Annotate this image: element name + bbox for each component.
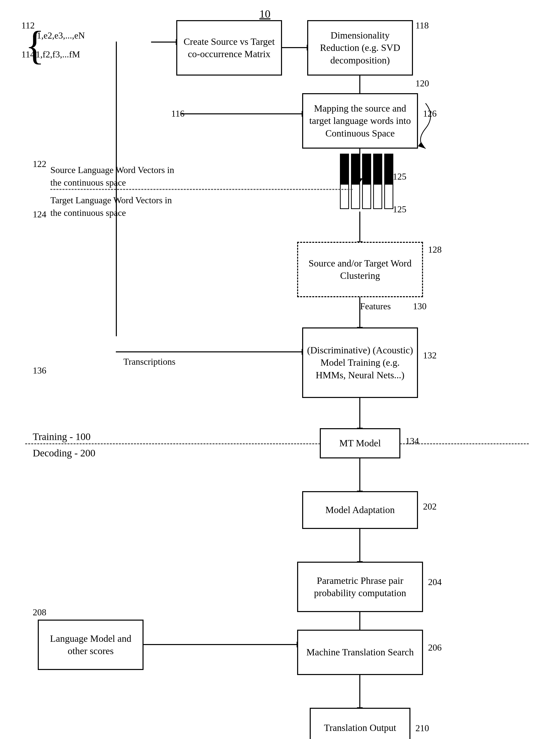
arrow-left-to-model <box>116 351 302 352</box>
arrow-clustering-to-model <box>359 297 360 327</box>
box-mt-search: Machine Translation Search <box>297 630 423 675</box>
ref-134: 134 <box>405 436 419 446</box>
ref-118: 118 <box>415 20 429 31</box>
ref-128: 128 <box>428 244 442 255</box>
box-mt-model: MT Model <box>320 428 400 458</box>
ref-124: 124 <box>33 209 46 219</box>
arrow-mt-to-adaptation <box>359 458 360 491</box>
decoding-label: Decoding - 200 <box>33 447 96 459</box>
arrow-piano-to-clustering <box>359 211 360 242</box>
ref-210: 210 <box>415 723 429 733</box>
box-translation-output: Translation Output <box>310 708 410 739</box>
ref-125b: 125 <box>393 204 406 214</box>
box-mapping: Mapping the source and target language w… <box>302 93 418 149</box>
training-decoding-separator <box>25 443 529 444</box>
box-model-training: (Discriminative) (Acoustic) Model Traini… <box>302 327 418 398</box>
ref-206: 206 <box>428 642 442 653</box>
ref-120: 120 <box>415 78 429 89</box>
arrow-model-to-mt <box>359 398 360 428</box>
source-word-vectors-label: Source Language Word Vectors in the cont… <box>50 164 176 189</box>
arrow-adaptation-to-parametric <box>359 529 360 562</box>
arrow-116-to-mapping <box>181 113 302 114</box>
ref-132: 132 <box>423 350 437 361</box>
ref-125a: 125 <box>393 171 406 182</box>
target-word-vectors-label: Target Language Word Vectors in the cont… <box>50 194 176 219</box>
curve-arrow-126 <box>413 101 438 151</box>
box-language-model: Language Model and other scores <box>38 620 144 670</box>
diagram-title: 10 <box>259 8 270 20</box>
ref-122: 122 <box>33 159 46 169</box>
arrow-cooccurrence-to-dim <box>282 47 307 48</box>
arrow-lm-to-mtsearch <box>144 644 297 645</box>
box-model-adaptation: Model Adaptation <box>302 491 418 529</box>
arrow-inputs-to-cooccurrence <box>151 41 176 42</box>
input-brace: { <box>25 25 44 65</box>
transcriptions-label: Transcriptions <box>123 356 176 367</box>
ref-202: 202 <box>423 501 437 512</box>
box-dimensionality: Dimensionality Reduction (e.g. SVD decom… <box>307 20 413 76</box>
ref-208: 208 <box>33 607 46 618</box>
features-label: Features <box>360 301 391 312</box>
arrow-mtsearch-to-output <box>359 675 360 708</box>
box-clustering: Source and/or Target Word Clustering <box>297 242 423 297</box>
diagram: 10 112 e1,e2,e3,...,eN f1,f2,f3,...fM 11… <box>0 0 560 739</box>
training-label: Training - 100 <box>33 431 90 443</box>
ref-136: 136 <box>33 365 46 376</box>
piano-keys-black <box>340 154 393 184</box>
ref-204: 204 <box>428 577 442 587</box>
box-parametric: Parametric Phrase pair probability compu… <box>297 562 423 612</box>
left-vertical-line <box>116 41 117 336</box>
ref-130: 130 <box>413 301 426 312</box>
piano-keys-white <box>340 184 393 209</box>
box-cooccurrence: Create Source vs Target co-occurrence Ma… <box>176 20 282 76</box>
